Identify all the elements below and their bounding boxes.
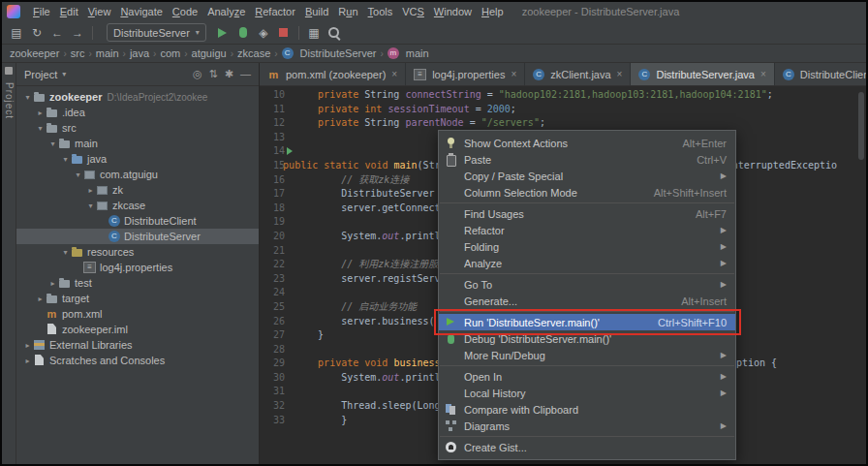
- tab-distributeserver-java[interactable]: CDistributeServer.java×: [631, 63, 774, 85]
- line-number[interactable]: 13: [260, 131, 294, 145]
- line-number[interactable]: 24: [260, 286, 294, 300]
- chevron-icon[interactable]: ▾: [60, 248, 71, 257]
- code-line-12[interactable]: 12 private String parentNode = "/servers…: [260, 116, 866, 131]
- line-number[interactable]: 33: [260, 414, 294, 428]
- context-menu-find-usages[interactable]: Find UsagesAlt+F7: [439, 205, 735, 222]
- tree-item-src[interactable]: ▾src: [16, 120, 259, 136]
- tree-item-distributeclient[interactable]: CDistributeClient: [16, 213, 259, 229]
- chevron-icon[interactable]: ▸: [47, 279, 58, 288]
- close-icon[interactable]: ×: [391, 69, 397, 79]
- chevron-icon[interactable]: ▾: [85, 202, 96, 210]
- context-menu-analyze[interactable]: Analyze▶: [439, 255, 735, 271]
- close-icon[interactable]: ×: [511, 69, 516, 79]
- context-menu-generate[interactable]: Generate...Alt+Insert: [439, 293, 735, 309]
- breadcrumb-main[interactable]: mmain: [388, 47, 429, 59]
- menu-navigate[interactable]: Navigate: [115, 4, 167, 19]
- coverage-icon[interactable]: ◈: [255, 24, 272, 42]
- line-number[interactable]: 31: [260, 385, 294, 399]
- context-menu-go-to[interactable]: Go To▶: [439, 276, 735, 293]
- line-number[interactable]: 32: [260, 399, 294, 414]
- project-stripe-label[interactable]: Project: [4, 82, 15, 119]
- chevron-icon[interactable]: ▾: [60, 155, 71, 164]
- breadcrumb-src[interactable]: src: [71, 47, 85, 59]
- chevron-icon[interactable]: ▾: [73, 171, 83, 179]
- tab-zkclient-java[interactable]: CzkClient.java×: [525, 63, 631, 85]
- menu-window[interactable]: Window: [429, 4, 477, 19]
- context-menu-show-context-actions[interactable]: Show Context ActionsAlt+Enter: [439, 135, 735, 151]
- context-menu-column-selection-mode[interactable]: Column Selection ModeAlt+Shift+Insert: [439, 184, 735, 201]
- layout-icon[interactable]: ▦: [305, 24, 323, 42]
- tree-item-com-atguigu[interactable]: ▾com.atguigu: [16, 167, 259, 182]
- tree-item-scratches-and-consoles[interactable]: ▸Scratches and Consoles: [16, 353, 259, 368]
- context-menu-paste[interactable]: PasteCtrl+V: [439, 151, 735, 168]
- line-number[interactable]: 26: [260, 315, 294, 329]
- tree-item-target[interactable]: ▸target: [16, 291, 259, 306]
- menu-build[interactable]: Build: [300, 4, 333, 19]
- menu-refactor[interactable]: Refactor: [250, 4, 300, 19]
- breadcrumb-com[interactable]: com: [160, 47, 180, 59]
- menu-tools[interactable]: Tools: [363, 4, 398, 19]
- settings-icon[interactable]: ✱: [225, 68, 233, 80]
- context-menu-run-distributeserver-main[interactable]: Run 'DistributeServer.main()'Ctrl+Shift+…: [439, 314, 735, 330]
- debug-icon[interactable]: [234, 24, 252, 42]
- tree-item-zk[interactable]: ▸zk: [16, 182, 259, 198]
- line-number[interactable]: 27: [260, 328, 294, 343]
- editor-scrollbar[interactable]: [858, 92, 864, 160]
- menu-file[interactable]: File: [28, 4, 55, 19]
- context-menu-debug-distributeserver-main[interactable]: Debug 'DistributeServer.main()': [439, 330, 735, 347]
- context-menu-copy-paste-special[interactable]: Copy / Paste Special▶: [439, 168, 735, 184]
- context-menu-more-run-debug[interactable]: More Run/Debug▶: [439, 347, 735, 363]
- line-number[interactable]: 23: [260, 272, 294, 287]
- tree-item-java[interactable]: ▾java: [16, 151, 259, 167]
- line-number[interactable]: 30: [260, 371, 294, 386]
- search-icon[interactable]: [326, 24, 343, 42]
- tool-window-icon[interactable]: [5, 67, 13, 75]
- menu-analyze[interactable]: Analyze: [202, 4, 250, 19]
- locate-icon[interactable]: ◎: [193, 68, 202, 80]
- menu-edit[interactable]: Edit: [55, 4, 83, 19]
- chevron-icon[interactable]: ▸: [22, 357, 33, 365]
- idea-logo-icon[interactable]: [7, 5, 20, 18]
- menu-view[interactable]: View: [83, 4, 116, 19]
- code-line-11[interactable]: 11 private int sessionTimeout = 2000;: [260, 103, 866, 117]
- tree-item-zkcase[interactable]: ▾zkcase: [16, 198, 259, 213]
- context-menu-folding[interactable]: Folding▶: [439, 238, 735, 255]
- chevron-icon[interactable]: ▸: [22, 341, 33, 350]
- run-configuration-select[interactable]: DistributeServer ▾: [107, 23, 206, 42]
- breadcrumb-java[interactable]: java: [130, 47, 149, 59]
- menu-vcs[interactable]: VCS: [397, 4, 429, 19]
- chevron-icon[interactable]: ▸: [85, 186, 96, 195]
- tree-item-external-libraries[interactable]: ▸External Libraries: [16, 337, 259, 353]
- chevron-icon[interactable]: ▾: [47, 140, 58, 148]
- line-number[interactable]: 28: [260, 343, 294, 357]
- save-icon[interactable]: ▤: [8, 24, 25, 42]
- close-icon[interactable]: ×: [617, 69, 623, 79]
- line-number[interactable]: 17: [260, 187, 294, 202]
- breadcrumb-atguigu[interactable]: atguigu: [192, 47, 227, 59]
- line-number[interactable]: 15: [260, 159, 294, 173]
- hide-icon[interactable]: —: [240, 68, 251, 80]
- tab-pom-xml-zookeeper[interactable]: mpom.xml (zookeeper)×: [260, 63, 406, 85]
- back-icon[interactable]: ←: [48, 24, 66, 42]
- tree-item-pom-xml[interactable]: mpom.xml: [16, 306, 259, 322]
- menu-help[interactable]: Help: [477, 4, 509, 19]
- line-number[interactable]: 18: [260, 202, 294, 216]
- line-number[interactable]: 29: [260, 357, 294, 371]
- line-number[interactable]: 12: [260, 116, 294, 131]
- tree-item-zookeeper-iml[interactable]: zookeeper.iml: [16, 322, 259, 337]
- stop-icon[interactable]: [275, 24, 293, 42]
- breadcrumb-zkcase[interactable]: zkcase: [237, 47, 270, 59]
- chevron-icon[interactable]: ▾: [22, 93, 33, 102]
- breadcrumb-distributeserver[interactable]: CDistributeServer: [282, 47, 377, 59]
- tree-item-zookeeper[interactable]: ▾zookeeperD:\IdeaProject2\zookee: [16, 89, 259, 105]
- breadcrumb-main[interactable]: main: [96, 47, 119, 59]
- close-icon[interactable]: ×: [760, 69, 766, 79]
- tree-item-idea[interactable]: ▸.idea: [16, 105, 259, 120]
- line-number[interactable]: 20: [260, 230, 294, 244]
- context-menu-open-in[interactable]: Open In▶: [439, 368, 735, 385]
- line-number[interactable]: 10: [260, 88, 294, 103]
- chevron-icon[interactable]: ▾: [35, 124, 46, 133]
- tab-distributeclient-java[interactable]: CDistributeClient.java×: [775, 63, 866, 85]
- tab-log4j-properties[interactable]: ≡log4j.properties×: [406, 63, 525, 85]
- context-menu-create-gist[interactable]: Create Gist...: [439, 439, 735, 455]
